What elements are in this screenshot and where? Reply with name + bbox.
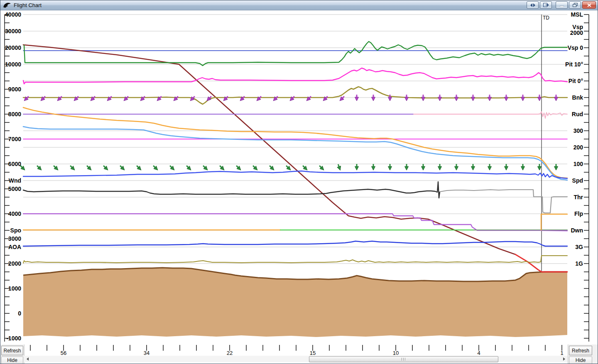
hide-right-button[interactable]: Hide	[569, 357, 592, 364]
restore-button[interactable]	[569, 1, 581, 9]
left-axis-label: 7000	[8, 136, 21, 142]
left-axis-label: Spo	[10, 227, 21, 234]
app-icon	[3, 2, 11, 9]
right-axis-label: MSL	[571, 11, 583, 18]
right-axis-label: Bnk	[572, 94, 583, 101]
time-axis-label: 22	[227, 350, 233, 356]
footer-right-panel: Refresh Hide	[568, 344, 598, 364]
flight-chart-plot: 400003000020000100009000800070006000Wnd5…	[0, 10, 598, 356]
horizontal-scrollbar[interactable]	[24, 356, 568, 362]
right-axis-label: Rud	[572, 111, 583, 117]
scroll-right-icon	[563, 357, 565, 361]
right-axis-label: Spd	[572, 177, 583, 184]
title-bar: Flight Chart	[0, 0, 598, 10]
scroll-right-button[interactable]	[561, 356, 567, 362]
left-axis-label: 20000	[5, 44, 21, 51]
right-axis-label: Flp	[574, 210, 583, 217]
left-axis-label: 5000	[8, 186, 21, 192]
window-title: Flight Chart	[14, 2, 42, 8]
compare-button[interactable]	[527, 1, 539, 9]
scrollbar-thumb[interactable]	[309, 356, 498, 362]
left-axis-label: 1000	[8, 285, 21, 292]
scroll-left-button[interactable]	[24, 356, 31, 362]
right-axis-label: 100	[573, 161, 583, 167]
left-axis-label: 6000	[8, 161, 21, 167]
left-axis-label: 2000	[8, 260, 21, 267]
left-axis-label: AOA	[8, 244, 21, 250]
scrollbar-grip-icon	[402, 358, 406, 361]
left-axis-label: 8000	[8, 111, 21, 117]
td-marker-label: TD	[543, 15, 549, 21]
right-axis-label: Dwn	[571, 227, 583, 234]
left-axis-label: Wnd	[9, 177, 21, 184]
left-axis-label: 30000	[5, 28, 21, 34]
restore-icon	[573, 2, 578, 8]
titlebar-controls	[527, 1, 596, 9]
bottom-axis: 563422151041	[24, 344, 568, 356]
close-icon	[587, 2, 591, 8]
refresh-right-button[interactable]: Refresh	[569, 346, 592, 355]
export-window-icon	[543, 2, 549, 8]
flight-chart-window: Flight Chart 400003000020000100009000800…	[0, 0, 598, 364]
compare-icon	[530, 2, 535, 8]
left-axis-label: 4000	[8, 210, 21, 217]
left-axis-label: 9000	[8, 86, 21, 93]
footer-left-panel: Refresh Hide	[0, 344, 25, 364]
time-axis-label: 56	[61, 350, 66, 356]
right-axis-label: 1G	[575, 260, 583, 267]
right-axis-label: 300	[573, 127, 583, 134]
time-axis-label: 34	[144, 350, 150, 356]
refresh-left-button[interactable]: Refresh	[1, 346, 23, 355]
right-axis-label: Thr	[573, 194, 583, 200]
right-axis-label: 3G	[575, 244, 583, 250]
minimize-button[interactable]	[556, 1, 568, 9]
time-axis-label: 4	[477, 350, 480, 356]
left-axis-label: 0	[18, 310, 21, 317]
left-axis-label: -1000	[6, 335, 21, 342]
close-button[interactable]	[582, 1, 596, 9]
minimize-icon	[560, 2, 564, 8]
left-axis-label: 3000	[8, 235, 21, 242]
hide-left-button[interactable]: Hide	[1, 357, 23, 364]
right-axis-label: 200	[573, 144, 583, 151]
time-axis-label: 1	[560, 350, 563, 356]
left-axis-label: 10000	[5, 61, 21, 68]
export-button[interactable]	[540, 1, 552, 9]
scroll-left-icon	[27, 357, 29, 361]
time-axis-label: 10	[393, 350, 399, 356]
left-axis-label: 40000	[5, 11, 21, 18]
right-axis-label: 2000	[570, 29, 583, 36]
right-axis-label: Pit 10°	[565, 61, 583, 68]
right-axis-label: Pit 0°	[569, 78, 583, 84]
right-axis-label: Vsp 0	[568, 44, 583, 51]
time-axis-label: 15	[310, 350, 316, 356]
